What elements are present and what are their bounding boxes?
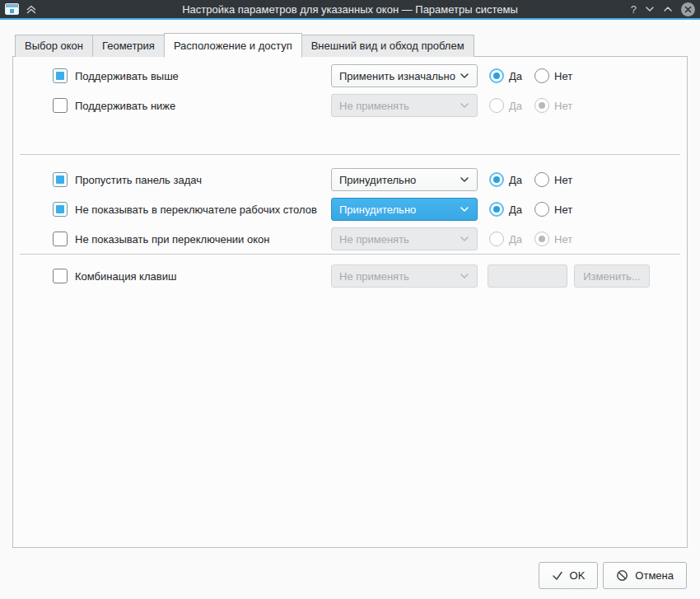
app-window-icon <box>5 3 19 15</box>
skip-pager-radio-group: Да Нет <box>489 202 575 217</box>
row-skip-pager: Не показывать в переключателе рабочих ст… <box>13 194 687 224</box>
radio-no-label: Нет <box>554 100 572 112</box>
radio-yes-label: Да <box>509 204 522 216</box>
window-title: Настройка параметров для указанных окон … <box>0 3 700 16</box>
skip-switcher-checkbox[interactable] <box>53 232 68 246</box>
chevron-down-icon <box>460 236 469 242</box>
separator <box>20 254 680 255</box>
chevron-down-icon <box>460 273 469 279</box>
chevron-down-icon <box>460 73 469 79</box>
radio-no-label: Нет <box>554 233 572 246</box>
keep-below-label: Поддерживать ниже <box>75 100 175 112</box>
radio-yes[interactable] <box>489 202 504 217</box>
keep-below-radio-group: Да Нет <box>489 98 575 113</box>
chevron-down-icon <box>460 206 469 213</box>
policy-value: Не применять <box>339 100 409 112</box>
radio-no-label: Нет <box>554 174 572 186</box>
keep-above-radio-group: Да Нет <box>489 68 575 83</box>
maximize-button[interactable] <box>663 5 673 13</box>
radio-yes-label: Да <box>509 174 522 186</box>
radio-no[interactable] <box>534 172 549 187</box>
keep-below-checkbox[interactable] <box>53 98 68 113</box>
radio-no[interactable] <box>534 68 549 83</box>
row-keep-above: Поддерживать выше Применить изначально Д… <box>13 61 687 91</box>
radio-yes-label: Да <box>509 70 522 82</box>
cancel-button[interactable]: Отмена <box>603 562 687 589</box>
dialog-footer: OK Отмена <box>0 562 687 589</box>
tab-content-panel: Поддерживать выше Применить изначально Д… <box>12 56 688 548</box>
close-icon <box>684 6 692 13</box>
row-skip-taskbar: Пропустить панель задач Принудительно Да… <box>13 165 687 194</box>
radio-no <box>534 98 549 113</box>
chevron-down-icon <box>460 176 469 183</box>
keep-above-checkbox[interactable] <box>53 68 68 83</box>
check-icon <box>552 570 563 581</box>
keep-above-icon <box>26 3 37 15</box>
radio-yes <box>489 98 504 113</box>
row-keep-below: Поддерживать ниже Не применять Да Нет <box>13 91 687 120</box>
radio-yes-label: Да <box>509 100 522 112</box>
skip-taskbar-radio-group: Да Нет <box>489 172 575 187</box>
cancel-button-label: Отмена <box>635 569 674 582</box>
help-button[interactable]: ? <box>631 4 637 15</box>
radio-yes <box>489 232 504 246</box>
skip-pager-policy-dropdown[interactable]: Принудительно <box>331 198 478 221</box>
row-skip-switcher: Не показывать при переключении окон Не п… <box>13 224 687 254</box>
radio-yes-label: Да <box>509 233 522 246</box>
tab-bar: Выбор окон Геометрия Расположение и дост… <box>15 32 700 57</box>
tab-window-selection[interactable]: Выбор окон <box>15 35 93 57</box>
keep-above-label: Поддерживать выше <box>75 70 179 82</box>
ok-button[interactable]: OK <box>539 562 599 589</box>
titlebar: Настройка параметров для указанных окон … <box>0 0 700 20</box>
skip-switcher-radio-group: Да Нет <box>489 232 575 246</box>
skip-pager-checkbox[interactable] <box>53 202 68 217</box>
tab-placement-access[interactable]: Расположение и доступ <box>164 33 302 58</box>
policy-value: Применить изначально <box>339 70 455 82</box>
skip-switcher-label: Не показывать при переключении окон <box>75 233 269 246</box>
shortcut-checkbox[interactable] <box>53 269 68 283</box>
skip-taskbar-label: Пропустить панель задач <box>75 174 202 186</box>
change-shortcut-button: Изменить... <box>574 264 650 288</box>
ok-button-label: OK <box>570 569 586 582</box>
tab-geometry[interactable]: Геометрия <box>92 35 165 57</box>
shortcut-input <box>488 264 567 288</box>
radio-no <box>534 232 549 246</box>
skip-taskbar-policy-dropdown[interactable]: Принудительно <box>331 168 478 191</box>
policy-value: Принудительно <box>339 204 416 216</box>
chevron-down-icon <box>460 102 469 109</box>
skip-pager-label: Не показывать в переключателе рабочих ст… <box>75 204 317 216</box>
policy-value: Не применять <box>339 233 409 246</box>
skip-taskbar-checkbox[interactable] <box>53 172 68 187</box>
radio-no-label: Нет <box>554 204 572 216</box>
policy-value: Не применять <box>339 270 409 283</box>
shortcut-policy-dropdown: Не применять <box>331 264 478 288</box>
radio-yes[interactable] <box>489 172 504 187</box>
tab-appearance-workarounds[interactable]: Внешний вид и обход проблем <box>301 35 474 57</box>
minimize-button[interactable] <box>645 5 655 13</box>
shortcut-label: Комбинация клавиш <box>75 270 176 283</box>
row-shortcut: Комбинация клавиш Не применять Изменить.… <box>13 261 687 291</box>
keep-above-policy-dropdown[interactable]: Применить изначально <box>331 64 478 87</box>
close-button[interactable] <box>681 2 695 16</box>
radio-yes[interactable] <box>489 68 504 83</box>
skip-switcher-policy-dropdown: Не применять <box>331 227 478 250</box>
radio-no[interactable] <box>534 202 549 217</box>
radio-no-label: Нет <box>554 70 572 82</box>
policy-value: Принудительно <box>339 174 416 186</box>
keep-below-policy-dropdown: Не применять <box>331 94 478 117</box>
cancel-icon <box>616 569 628 582</box>
separator <box>20 154 680 155</box>
